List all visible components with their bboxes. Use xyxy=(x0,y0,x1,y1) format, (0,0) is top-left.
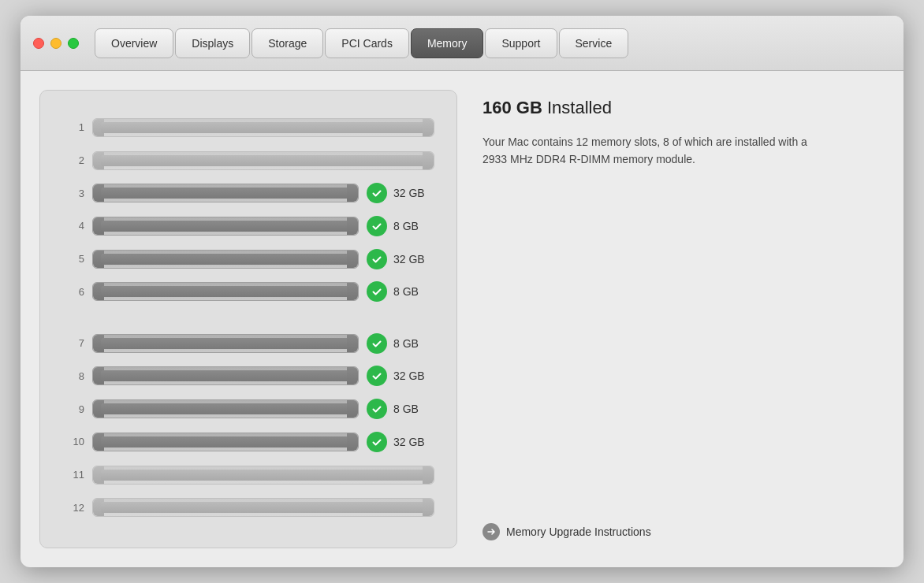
upgrade-link[interactable]: Memory Upgrade Instructions xyxy=(482,523,885,548)
slot-row-7: 7 8 GB xyxy=(62,329,434,358)
slot-number-5: 5 xyxy=(62,253,84,265)
slot-size-6: 8 GB xyxy=(393,285,434,298)
tab-memory[interactable]: Memory xyxy=(411,28,484,58)
slot-size-3: 32 GB xyxy=(393,187,434,199)
main-window: OverviewDisplaysStoragePCI CardsMemorySu… xyxy=(20,16,904,567)
slot-row-6: 6 8 GB xyxy=(62,277,434,306)
slot-row-12: 12 xyxy=(62,492,434,522)
upgrade-text: Memory Upgrade Instructions xyxy=(506,525,651,538)
slot-number-9: 9 xyxy=(62,403,84,415)
slot-bar-10 xyxy=(92,433,359,451)
slot-bar-1 xyxy=(92,118,434,137)
slot-number-10: 10 xyxy=(62,436,84,447)
slot-bar-12 xyxy=(92,498,434,517)
slot-number-11: 11 xyxy=(62,469,84,481)
memory-slots-panel: 123 32 GB4 8 GB5 32 GB6 8 GB7 8 GB8 32 G… xyxy=(39,90,457,548)
titlebar: OverviewDisplaysStoragePCI CardsMemorySu… xyxy=(20,16,904,71)
slot-bar-4 xyxy=(92,217,359,236)
memory-description: Your Mac contains 12 memory slots, 8 of … xyxy=(482,134,814,168)
slot-check-3 xyxy=(367,183,387,203)
slot-number-6: 6 xyxy=(62,286,84,298)
slot-group-spacer xyxy=(62,310,434,329)
slot-bar-11 xyxy=(92,466,434,485)
slot-row-9: 9 8 GB xyxy=(62,394,434,424)
slot-bar-6 xyxy=(92,282,359,301)
slot-bar-5 xyxy=(92,250,359,269)
tab-displays[interactable]: Displays xyxy=(175,28,250,58)
installed-amount: 160 GB xyxy=(482,98,542,117)
slot-size-7: 8 GB xyxy=(393,337,434,350)
slot-number-1: 1 xyxy=(62,121,84,133)
slot-number-8: 8 xyxy=(62,370,84,382)
tab-bar: OverviewDisplaysStoragePCI CardsMemorySu… xyxy=(95,28,628,58)
slot-row-1: 1 xyxy=(62,113,434,143)
close-button[interactable] xyxy=(33,38,44,49)
slot-row-3: 3 32 GB xyxy=(62,178,434,208)
installed-label: Installed xyxy=(542,98,612,117)
slot-check-8 xyxy=(367,366,387,386)
slot-row-4: 4 8 GB xyxy=(62,211,434,241)
slot-size-9: 8 GB xyxy=(393,403,434,415)
slot-size-5: 32 GB xyxy=(393,253,434,266)
slot-check-7 xyxy=(367,333,387,354)
slot-row-5: 5 32 GB xyxy=(62,244,434,274)
slot-bar-8 xyxy=(92,366,359,385)
slot-row-11: 11 xyxy=(62,460,434,490)
tab-service[interactable]: Service xyxy=(559,28,629,58)
installed-title: 160 GB Installed xyxy=(482,98,885,118)
slot-number-7: 7 xyxy=(62,337,84,349)
traffic-lights xyxy=(33,38,79,49)
tab-pci-cards[interactable]: PCI Cards xyxy=(325,28,409,58)
slot-row-10: 10 32 GB xyxy=(62,427,434,457)
slot-bar-9 xyxy=(92,399,359,418)
slot-check-6 xyxy=(367,281,387,302)
maximize-button[interactable] xyxy=(68,38,79,49)
slot-check-9 xyxy=(367,399,387,419)
slot-row-8: 8 32 GB xyxy=(62,362,434,392)
slot-bar-7 xyxy=(92,334,359,353)
tab-support[interactable]: Support xyxy=(485,28,557,58)
slot-number-12: 12 xyxy=(62,502,84,514)
upgrade-arrow-icon xyxy=(482,523,500,540)
slot-row-2: 2 xyxy=(62,146,434,176)
tab-overview[interactable]: Overview xyxy=(95,28,173,58)
slot-number-2: 2 xyxy=(62,154,84,166)
slot-bar-2 xyxy=(92,151,434,170)
slot-check-10 xyxy=(367,432,387,452)
minimize-button[interactable] xyxy=(50,38,61,49)
slot-bar-3 xyxy=(92,184,359,202)
slot-check-5 xyxy=(367,249,387,269)
slot-number-3: 3 xyxy=(62,188,84,199)
slot-size-8: 32 GB xyxy=(393,369,434,382)
slot-size-10: 32 GB xyxy=(393,436,434,448)
slot-size-4: 8 GB xyxy=(393,220,434,232)
memory-info-panel: 160 GB Installed Your Mac contains 12 me… xyxy=(482,90,885,548)
slot-number-4: 4 xyxy=(62,220,84,232)
slot-check-4 xyxy=(367,216,387,236)
tab-storage[interactable]: Storage xyxy=(251,28,323,58)
main-content: 123 32 GB4 8 GB5 32 GB6 8 GB7 8 GB8 32 G… xyxy=(20,71,904,567)
